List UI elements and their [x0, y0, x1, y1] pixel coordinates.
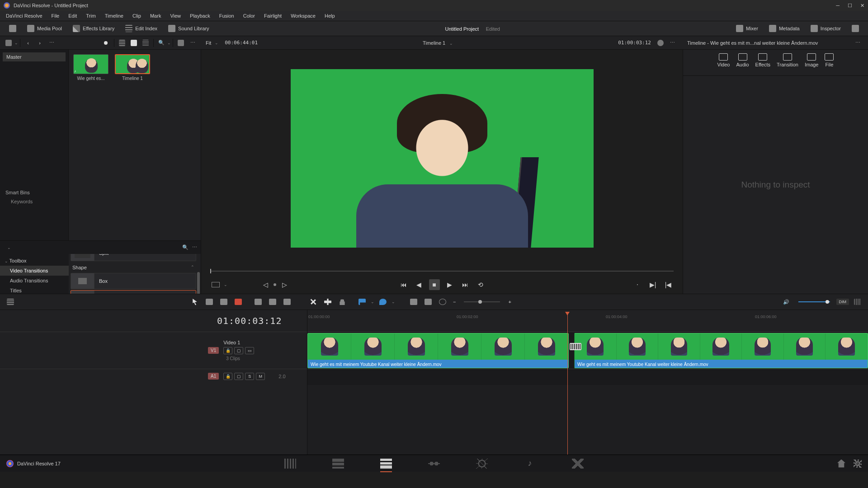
nav-video-transitions[interactable]: Video Transitions [0, 266, 69, 276]
go-first-button[interactable]: ⏮ [398, 279, 409, 290]
expand-right-button[interactable] [847, 23, 863, 34]
timeline-name[interactable]: Timeline 1 [423, 40, 445, 46]
audio-track-header[interactable]: A1 🔒 ▢ S M 2.0 [0, 369, 307, 383]
page-deliver[interactable] [572, 459, 584, 469]
a1-solo-button[interactable]: S [245, 373, 254, 380]
fx-scrollbar[interactable] [197, 272, 200, 294]
pool-layout-menu[interactable]: ⌄ [14, 41, 18, 45]
viewer-options-button[interactable]: ⋯ [667, 38, 677, 48]
menu-edit[interactable]: Edit [64, 12, 81, 20]
project-settings-button[interactable] [854, 460, 862, 468]
timeline-ruler[interactable]: 01:00:00:00 01:00:02:00 01:00:04:00 01:0… [307, 310, 868, 332]
inspector-tab-audio[interactable]: Audio [736, 53, 749, 75]
page-color[interactable] [476, 459, 488, 469]
menu-clip[interactable]: Clip [128, 12, 145, 20]
inspector-options-button[interactable]: ⋯ [853, 38, 863, 48]
v1-lock-button[interactable]: 🔒 [223, 347, 232, 354]
view-metadata-button[interactable] [117, 38, 127, 48]
bypass-grades-button[interactable] [656, 38, 665, 48]
menu-view[interactable]: View [166, 12, 185, 20]
viewer-scrubber[interactable] [201, 267, 683, 276]
menu-mark[interactable]: Mark [146, 12, 165, 20]
v1-badge[interactable]: V1 [208, 347, 219, 354]
a1-badge[interactable]: A1 [208, 373, 219, 380]
fit-menu[interactable]: ⌄ [215, 41, 218, 45]
menu-timeline[interactable]: Timeline [101, 12, 127, 20]
flag-menu[interactable]: ⌄ [371, 300, 374, 304]
sound-library-toggle[interactable]: Sound Library [164, 23, 214, 34]
go-last-button[interactable]: ⏭ [460, 279, 471, 290]
next-clip-button[interactable]: ▶| [647, 279, 658, 290]
sort-button[interactable] [176, 38, 186, 48]
next-edit-button[interactable]: ▷ [279, 279, 290, 290]
page-cut[interactable] [332, 459, 344, 469]
linked-selection-toggle[interactable] [322, 296, 334, 308]
position-lock-toggle[interactable] [336, 296, 348, 308]
effects-library-toggle[interactable]: Effects Library [68, 23, 119, 34]
search-menu[interactable]: ⌄ [167, 41, 171, 45]
master-bin[interactable]: Master [3, 52, 66, 61]
marker-menu[interactable]: ⌄ [392, 300, 395, 304]
clip-timeline[interactable]: Timeline 1 [115, 54, 150, 81]
media-pool-toggle[interactable]: Media Pool [23, 23, 66, 34]
playhead[interactable] [567, 312, 568, 455]
prev-button[interactable]: ‹ [23, 38, 33, 48]
menu-davinci-resolve[interactable]: DaVinci Resolve [2, 12, 47, 20]
fx-heart[interactable]: Heart [71, 290, 196, 294]
page-fairlight[interactable]: ♪ [524, 459, 536, 469]
menu-file[interactable]: File [47, 12, 64, 20]
overwrite-clip-button[interactable] [267, 296, 278, 308]
zoom-out-button[interactable]: − [453, 299, 456, 305]
loop-button[interactable]: ⟲ [475, 279, 486, 290]
menu-color[interactable]: Color [239, 12, 259, 20]
viewer[interactable] [201, 50, 683, 267]
inspector-tab-transition[interactable]: Transition [777, 53, 798, 75]
nav-toolbox[interactable]: ⌄ Toolbox [0, 256, 69, 266]
close-button[interactable]: ✕ [860, 3, 864, 9]
nav-audio-transitions[interactable]: Audio Transitions [0, 276, 69, 286]
timeline-clip-2[interactable]: Wie geht es mit meinem Youtube Kanal wei… [574, 333, 868, 368]
more-button[interactable]: ⋯ [47, 38, 57, 48]
audio-meter-toggle[interactable] [852, 296, 863, 308]
a1-auto-select-button[interactable]: ▢ [234, 373, 243, 380]
view-list-button[interactable] [141, 38, 151, 48]
inspector-toggle[interactable]: Inspector [806, 23, 845, 34]
zoom-slider[interactable] [464, 301, 500, 302]
home-button[interactable] [837, 460, 845, 468]
timeline-clip-1[interactable]: Wie geht es mit meinem Youtube Kanal wei… [307, 333, 569, 368]
blade-tool[interactable] [232, 296, 244, 308]
mute-button[interactable]: 🔊 [780, 296, 792, 308]
fx-layout-menu[interactable]: ⌄ [7, 245, 11, 250]
replace-clip-button[interactable] [281, 296, 293, 308]
detail-zoom-button[interactable] [422, 296, 434, 308]
menu-fairlight[interactable]: Fairlight [260, 12, 286, 20]
transition-indicator[interactable] [570, 343, 581, 350]
menu-playback[interactable]: Playback [186, 12, 214, 20]
full-extent-zoom-button[interactable] [408, 296, 420, 308]
zoom-in-button[interactable]: + [508, 299, 511, 305]
page-edit[interactable] [380, 459, 392, 469]
inspector-tab-file[interactable]: File [825, 53, 834, 75]
keywords-bin[interactable]: Keywords [3, 197, 66, 206]
next-button[interactable]: › [35, 38, 45, 48]
inspector-tab-video[interactable]: Video [717, 53, 730, 75]
trim-tool[interactable] [203, 296, 215, 308]
marker-button[interactable] [377, 296, 389, 308]
mark-in-out-button[interactable] [210, 279, 221, 290]
expand-panel-button[interactable] [5, 23, 21, 34]
inspector-tab-effects[interactable]: Effects [755, 53, 770, 75]
fx-options-button[interactable]: ⋯ [192, 244, 197, 250]
video-track-header[interactable]: V1 Video 1 🔒 ▢ ▭ 3 Clips [0, 332, 307, 369]
timeline-timecode[interactable]: 01:00:03:12 [217, 315, 282, 326]
fit-dropdown[interactable]: Fit [206, 40, 211, 46]
insert-clip-button[interactable] [252, 296, 264, 308]
timeline-tracks-area[interactable]: 01:00:00:00 01:00:02:00 01:00:04:00 01:0… [307, 310, 868, 455]
minimize-button[interactable]: ─ [836, 3, 840, 9]
video-track-1[interactable]: Wie geht es mit meinem Youtube Kanal wei… [307, 332, 868, 369]
maximize-button[interactable]: ☐ [848, 3, 852, 9]
search-button[interactable]: 🔍 [156, 38, 166, 48]
v1-auto-select-button[interactable]: ▢ [234, 347, 243, 354]
fx-box[interactable]: Box [71, 273, 196, 289]
menu-help[interactable]: Help [321, 12, 339, 20]
menu-trim[interactable]: Trim [82, 12, 100, 20]
